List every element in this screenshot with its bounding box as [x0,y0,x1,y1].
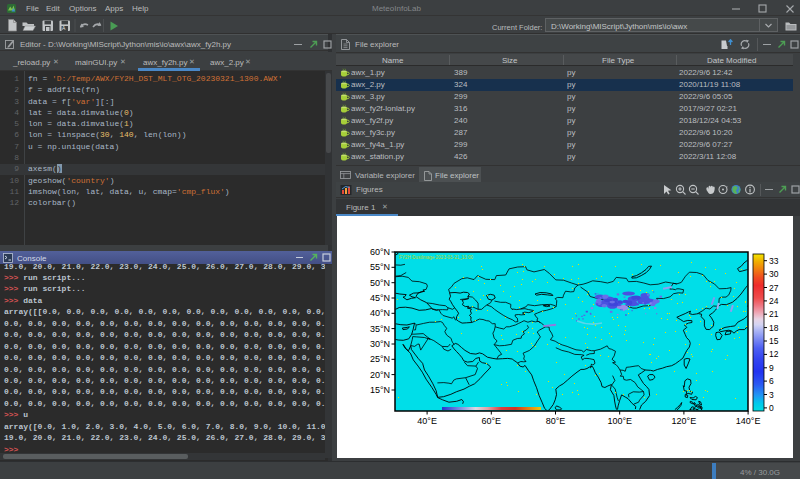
svg-text:FY2H DustImage 2023-03-21_13:: FY2H DustImage 2023-03-21_13:00 [399,255,474,260]
svg-text:50°N: 50°N [370,278,390,288]
svg-text:15: 15 [769,336,779,346]
svg-text:35°N: 35°N [370,324,390,334]
svg-text:21: 21 [769,309,779,319]
svg-text:25°N: 25°N [370,354,390,364]
svg-text:9: 9 [769,363,774,373]
svg-text:30: 30 [769,269,779,279]
svg-text:120°E: 120°E [672,416,697,426]
svg-text:100°E: 100°E [607,416,632,426]
svg-text:3: 3 [769,390,774,400]
svg-text:60°N: 60°N [370,247,390,257]
svg-text:60°E: 60°E [481,416,501,426]
svg-text:18: 18 [769,323,779,333]
svg-text:6: 6 [769,376,774,386]
svg-text:140°E: 140°E [736,416,761,426]
svg-text:15°N: 15°N [370,385,390,395]
svg-text:80°E: 80°E [546,416,566,426]
svg-text:0: 0 [769,403,774,413]
svg-text:27: 27 [769,283,779,293]
svg-text:24: 24 [769,296,779,306]
svg-text:40°N: 40°N [370,308,390,318]
svg-text:33: 33 [769,256,779,266]
svg-text:30°N: 30°N [370,339,390,349]
svg-text:45°N: 45°N [370,293,390,303]
svg-text:55°N: 55°N [370,262,390,272]
svg-text:12: 12 [769,349,779,359]
svg-text:40°E: 40°E [417,416,437,426]
svg-text:20°N: 20°N [370,370,390,380]
